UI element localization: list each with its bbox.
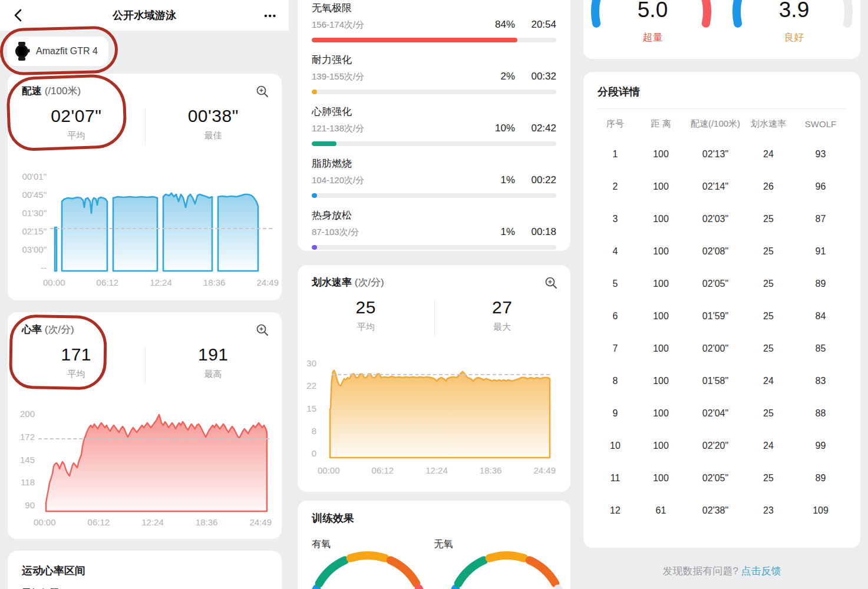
zoom-in-icon[interactable] — [256, 85, 269, 98]
device-chip[interactable]: Amazfit GTR 4 — [7, 37, 108, 66]
cell-distance: 100 — [633, 149, 689, 160]
cell-pace: 01'58" — [689, 376, 742, 386]
divider — [145, 108, 146, 145]
pace-y-axis: 00'01"00'45"01'30"02'15"03'00"-- — [16, 171, 47, 273]
cell-stroke-rate: 25 — [742, 343, 795, 354]
zone-progress-fill — [312, 193, 317, 198]
cell-pace: 02'08" — [689, 246, 742, 257]
pace-chart — [50, 171, 272, 272]
cell-stroke-rate: 24 — [742, 149, 795, 160]
cell-stroke-rate: 25 — [742, 246, 795, 257]
zoom-in-icon[interactable] — [256, 324, 269, 336]
column-header: SWOLF — [795, 119, 846, 129]
zoom-in-icon[interactable] — [545, 277, 557, 289]
table-row: 4 100 02'08" 25 91 — [583, 235, 860, 267]
pace-card: 配速 (/100米) 02'07" 平均 00'38" 最佳 00'01"00'… — [8, 74, 282, 300]
cell-index: 1 — [598, 149, 633, 160]
watch-icon — [13, 41, 31, 61]
cell-index: 11 — [598, 473, 633, 484]
cell-swolf: 99 — [795, 441, 846, 451]
back-icon[interactable] — [12, 8, 25, 23]
table-row: 9 100 02'04" 25 88 — [583, 397, 860, 429]
zone-percent: 1% — [500, 174, 515, 186]
cell-stroke-rate: 24 — [742, 376, 795, 386]
hr-zone-row: 无氧极限 156-174次/分 84% 20:54 — [298, 1, 570, 42]
cell-stroke-rate: 25 — [742, 408, 795, 419]
zone-name: 心肺强化 — [312, 105, 556, 118]
table-row: 8 100 01'58" 24 83 — [583, 365, 860, 397]
zone-time: 00:32 — [527, 71, 556, 82]
cell-distance: 100 — [633, 214, 689, 224]
hr-stats: 171 平均 191 最高 — [8, 345, 282, 380]
app-header: 公开水域游泳 ••• — [0, 0, 289, 31]
segments-table-header: 序号距 离配速(/100米)划水速率SWOLF — [583, 118, 860, 130]
cell-pace: 02'03" — [689, 214, 742, 224]
cell-index: 5 — [598, 279, 633, 289]
zone-progress-fill — [312, 141, 336, 146]
hr-zone-row: 耐力强化 139-155次/分 2% 00:32 — [298, 53, 570, 94]
cell-distance: 100 — [633, 343, 689, 354]
training-effect-card: 训练效果 有氧 无氧 — [298, 501, 570, 589]
pace-best-label: 最佳 — [204, 130, 222, 141]
cell-pace: 02'14" — [689, 181, 742, 192]
cell-stroke-rate: 25 — [742, 279, 795, 289]
column-header: 序号 — [598, 118, 633, 130]
hr-card-title: 心率 (次/分) — [22, 323, 74, 336]
hr-max-value: 191 — [198, 345, 229, 365]
zone-name: 无氧极限 — [312, 1, 556, 15]
segments-title: 分段详情 — [583, 72, 860, 99]
column-header: 距 离 — [633, 118, 689, 130]
hr-max-label: 最高 — [204, 369, 222, 380]
hr-avg-label: 平均 — [67, 369, 85, 380]
zone-progress-track — [312, 141, 556, 146]
pace-avg-label: 平均 — [67, 130, 85, 141]
stroke-x-axis: 00:0006:1212:2418:3624:49 — [318, 465, 556, 475]
cell-index: 4 — [598, 246, 633, 257]
feedback-link[interactable]: 点击反馈 — [741, 565, 781, 577]
hr-zone-row: 脂肪燃烧 104-120次/分 1% 00:22 — [298, 157, 570, 198]
anaerobic-score: 3.9 — [725, 0, 860, 22]
cell-stroke-rate: 24 — [742, 441, 795, 451]
column-header: 配速(/100米) — [689, 118, 742, 130]
zone-name: 耐力强化 — [312, 53, 556, 67]
zone-percent: 2% — [500, 71, 515, 82]
training-gauges-card: 5.0 超量 3.9 良好 — [583, 0, 860, 59]
pace-average-line — [50, 228, 272, 229]
cell-distance: 100 — [633, 279, 689, 289]
hr-zones-title: 运动心率区间 — [8, 551, 282, 578]
heart-rate-card: 心率 (次/分) 171 平均 191 最高 20017214511890 — [8, 312, 282, 539]
more-menu-icon[interactable]: ••• — [264, 11, 277, 21]
cell-index: 7 — [598, 343, 633, 354]
cell-index: 2 — [598, 181, 633, 192]
cell-distance: 100 — [633, 408, 689, 419]
cell-index: 3 — [598, 214, 633, 224]
zone-time: 02:42 — [527, 123, 556, 134]
anaerobic-gauge — [442, 547, 572, 589]
cell-stroke-rate: 25 — [742, 214, 795, 224]
hr-avg-value: 171 — [61, 345, 91, 365]
cell-swolf: 96 — [795, 181, 846, 192]
cell-index: 8 — [598, 376, 633, 386]
zone-range: 156-174次/分 — [312, 19, 495, 31]
device-name: Amazfit GTR 4 — [36, 46, 98, 57]
cell-pace: 02'05" — [689, 279, 742, 289]
cell-swolf: 84 — [795, 311, 846, 322]
stroke-rate-card: 划水速率 (次/分) 25 平均 27 最大 30221580 — [298, 265, 570, 492]
cell-distance: 100 — [633, 311, 689, 322]
cell-index: 9 — [598, 408, 633, 419]
page-title: 公开水域游泳 — [113, 8, 176, 22]
cell-pace: 02'38" — [689, 505, 742, 516]
table-row: 2 100 02'14" 26 96 — [583, 170, 860, 203]
cell-stroke-rate: 26 — [742, 181, 795, 192]
hr-zones-card: 无氧极限 156-174次/分 84% 20:54 耐力强化 139-155次/… — [298, 0, 570, 251]
zone-range: 104-120次/分 — [312, 175, 500, 186]
cell-swolf: 88 — [795, 408, 846, 419]
cell-swolf: 83 — [795, 376, 846, 386]
stroke-stats: 25 平均 27 最大 — [298, 297, 570, 333]
cell-pace: 02'13" — [689, 149, 742, 160]
zone-time: 00:22 — [527, 174, 556, 186]
aerobic-gauge-block: 5.0 超量 — [583, 0, 722, 59]
stroke-average-line — [332, 374, 550, 375]
stroke-max-value: 27 — [492, 297, 512, 317]
hr-average-line — [38, 438, 269, 439]
